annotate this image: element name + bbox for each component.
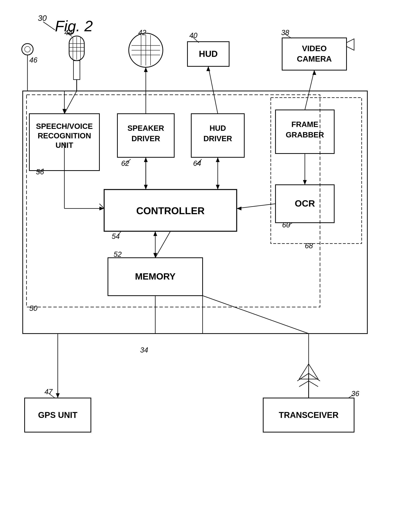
ref-42: 42 (138, 29, 146, 37)
hud-label: HUD (199, 49, 218, 59)
svg-line-46 (297, 373, 309, 381)
svg-marker-58 (206, 66, 210, 71)
memory-label: MEMORY (135, 271, 176, 281)
svg-marker-75 (237, 207, 241, 210)
diagram-container: 30 Fig. 2 50 68 SPEECH/VOICE RECOGNITION… (0, 0, 416, 532)
ref-38: 38 (281, 29, 289, 37)
svg-line-47 (309, 373, 320, 381)
svg-marker-70 (216, 185, 220, 189)
svg-line-49 (309, 381, 318, 387)
svg-line-84 (203, 296, 309, 334)
speaker-driver-label: SPEAKER (127, 124, 164, 132)
transceiver-label: TRANSCEIVER (279, 410, 338, 420)
video-camera-label2: CAMERA (297, 54, 332, 63)
svg-line-0 (43, 22, 55, 30)
video-camera-label: VIDEO (302, 44, 327, 53)
svg-marker-71 (216, 157, 220, 162)
svg-rect-18 (282, 38, 347, 70)
ref-34: 34 (140, 346, 148, 354)
ref-36: 36 (351, 390, 359, 398)
svg-point-40 (25, 46, 30, 52)
ref-30: 30 (38, 14, 47, 23)
svg-line-74 (237, 204, 275, 208)
svg-line-76 (155, 231, 170, 258)
ocr-label: OCR (295, 198, 315, 208)
frame-grabber-label2: GRABBER (286, 131, 324, 139)
svg-line-52 (64, 91, 77, 114)
ref-50: 50 (29, 304, 37, 312)
ref-52: 52 (113, 250, 122, 258)
hud-driver-label: HUD (210, 124, 226, 132)
gps-unit-label: GPS UNIT (38, 410, 77, 420)
figure-title: Fig. 2 (55, 18, 93, 34)
speaker-driver-label2: DRIVER (132, 134, 160, 143)
ref-47: 47 (45, 388, 53, 396)
frame-grabber-label: FRAME (291, 120, 318, 128)
svg-rect-36 (74, 61, 80, 79)
svg-line-57 (208, 66, 218, 114)
svg-line-48 (299, 381, 309, 387)
svg-marker-64 (99, 207, 104, 210)
svg-marker-19 (347, 39, 354, 50)
svg-marker-68 (144, 157, 148, 162)
svg-marker-73 (303, 180, 307, 185)
speech-voice-label: SPEECH/VOICE (36, 122, 93, 130)
svg-marker-60 (312, 70, 316, 75)
ref-54: 54 (112, 232, 120, 240)
svg-marker-83 (56, 393, 60, 398)
ref-44: 44 (64, 29, 72, 37)
svg-marker-79 (153, 231, 157, 236)
hud-driver-label2: DRIVER (203, 134, 232, 143)
controller-label: CONTROLLER (136, 205, 205, 216)
svg-line-59 (305, 70, 314, 110)
svg-point-39 (22, 44, 33, 55)
ref-68: 68 (305, 242, 313, 250)
ref-62: 62 (121, 159, 129, 167)
speech-voice-label2: RECOGNITION (38, 131, 91, 140)
ref-40: 40 (189, 31, 197, 39)
svg-marker-56 (144, 67, 148, 72)
ref-46: 46 (29, 56, 38, 64)
